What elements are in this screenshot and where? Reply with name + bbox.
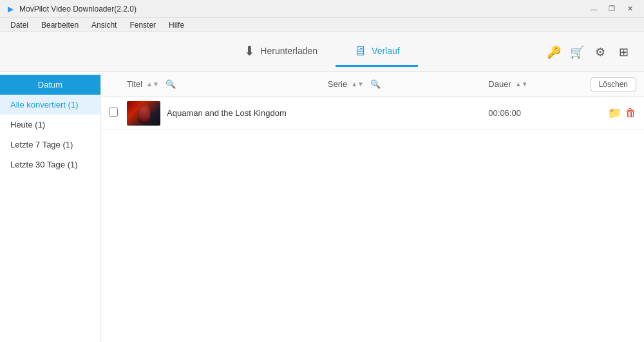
row-title-text: Aquaman and the Lost Kingdom: [167, 108, 287, 118]
window-controls: — ❐ ✕: [585, 0, 639, 18]
sidebar-section-label: Datum: [38, 80, 62, 90]
sidebar-letzte7-label: Letzte 7 Tage (1): [10, 140, 73, 149]
menu-bearbeiten[interactable]: Bearbeiten: [36, 19, 84, 31]
menu-hilfe[interactable]: Hilfe: [164, 19, 189, 31]
title-search-icon[interactable]: 🔍: [166, 79, 176, 89]
sidebar-letzte30-label: Letzte 30 Tage (1): [10, 160, 78, 169]
title-bar-text: MovPilot Video Downloader(2.2.0): [19, 5, 585, 14]
tab-herunterladen[interactable]: ⬇ Herunterladen: [226, 37, 336, 67]
thumbnail-figure: [137, 104, 150, 123]
delete-row-icon[interactable]: 🗑: [625, 107, 636, 120]
col-actions: Löschen: [585, 77, 636, 91]
settings-button[interactable]: ⚙: [590, 42, 611, 62]
sidebar-item-letzte7[interactable]: Letzte 7 Tage (1): [0, 135, 100, 155]
row-actions: 📁 🗑: [585, 106, 636, 120]
thumbnail-image: [127, 101, 160, 126]
sidebar-item-letzte30[interactable]: Letzte 30 Tage (1): [0, 155, 100, 175]
app-icon: ▶: [5, 4, 15, 14]
row-checkbox-col: [109, 108, 127, 119]
table-header: Titel ▲▼ 🔍 Serie ▲▼ 🔍 Dauer ▲▼ Löschen: [101, 72, 644, 97]
top-nav-actions: 🔑 🛒 ⚙ ⊞: [544, 42, 634, 62]
sidebar-alle-label: Alle konvertiert (1): [10, 100, 78, 109]
delete-button[interactable]: Löschen: [591, 77, 636, 91]
app-body: ⬇ Herunterladen 🖥 Verlauf 🔑 🛒 ⚙ ⊞ Datum …: [0, 32, 644, 342]
col-title-label: Titel: [127, 79, 142, 89]
minimize-button[interactable]: —: [585, 0, 603, 18]
top-nav: ⬇ Herunterladen 🖥 Verlauf 🔑 🛒 ⚙ ⊞: [0, 32, 644, 72]
col-dauer-label: Dauer: [488, 79, 511, 89]
close-button[interactable]: ✕: [621, 0, 639, 18]
menu-datei[interactable]: Datei: [5, 19, 33, 31]
nav-tabs: ⬇ Herunterladen 🖥 Verlauf: [226, 37, 417, 67]
sidebar-section-datum[interactable]: Datum: [0, 75, 100, 95]
sidebar-heute-label: Heute (1): [10, 120, 45, 129]
monitor-icon: 🖥: [354, 44, 366, 59]
content: Datum Alle konvertiert (1) Heute (1) Let…: [0, 72, 644, 342]
main-panel: Titel ▲▼ 🔍 Serie ▲▼ 🔍 Dauer ▲▼ Löschen: [101, 72, 644, 342]
menu-ansicht[interactable]: Ansicht: [86, 19, 122, 31]
row-dauer-text: 00:06:00: [488, 108, 521, 118]
col-serie: Serie ▲▼ 🔍: [328, 79, 488, 89]
tab-verlauf-label: Verlauf: [372, 46, 400, 56]
row-checkbox[interactable]: [109, 108, 118, 117]
sidebar-item-alle[interactable]: Alle konvertiert (1): [0, 95, 100, 115]
menu-fenster[interactable]: Fenster: [124, 19, 161, 31]
row-dauer-col: 00:06:00: [488, 108, 585, 118]
key-button[interactable]: 🔑: [544, 42, 564, 62]
tab-herunterladen-label: Herunterladen: [260, 46, 317, 56]
cart-button[interactable]: 🛒: [567, 42, 587, 62]
sidebar-item-heute[interactable]: Heute (1): [0, 115, 100, 135]
grid-button[interactable]: ⊞: [613, 42, 634, 62]
serie-search-icon[interactable]: 🔍: [370, 79, 381, 89]
restore-button[interactable]: ❐: [603, 0, 621, 18]
download-icon: ⬇: [244, 43, 255, 59]
col-title: Titel ▲▼ 🔍: [127, 79, 328, 89]
dauer-sort-icon[interactable]: ▲▼: [515, 81, 528, 88]
sidebar: Datum Alle konvertiert (1) Heute (1) Let…: [0, 72, 101, 342]
table-body: Aquaman and the Lost Kingdom 00:06:00 📁 …: [101, 97, 644, 342]
open-folder-icon[interactable]: 📁: [608, 106, 621, 120]
col-dauer: Dauer ▲▼: [488, 79, 585, 89]
table-row: Aquaman and the Lost Kingdom 00:06:00 📁 …: [101, 97, 644, 130]
menu-bar: Datei Bearbeiten Ansicht Fenster Hilfe: [0, 18, 644, 32]
thumbnail: [127, 101, 160, 126]
row-title-col: Aquaman and the Lost Kingdom: [127, 101, 328, 126]
title-bar: ▶ MovPilot Video Downloader(2.2.0) — ❐ ✕: [0, 0, 644, 18]
title-sort-icon[interactable]: ▲▼: [146, 81, 159, 88]
serie-sort-icon[interactable]: ▲▼: [351, 81, 364, 88]
col-serie-label: Serie: [328, 79, 347, 89]
tab-verlauf[interactable]: 🖥 Verlauf: [336, 37, 418, 67]
